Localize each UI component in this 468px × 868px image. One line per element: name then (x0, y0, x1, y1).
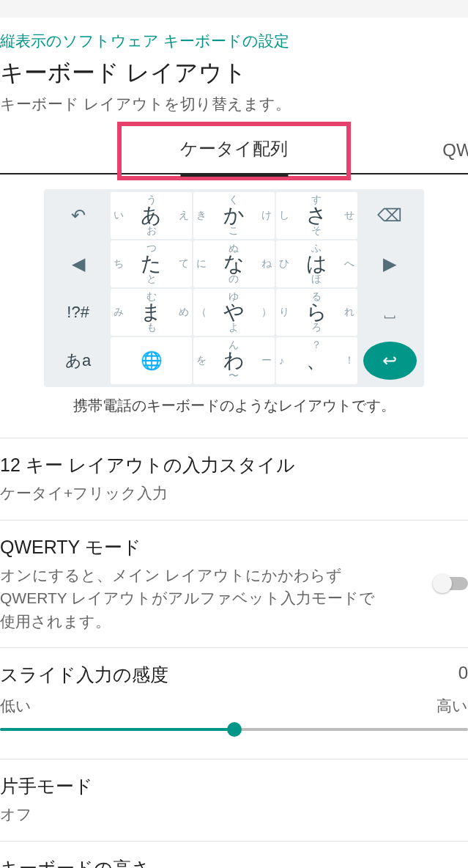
key-あ[interactable]: あうおいえ (111, 192, 192, 239)
enter-icon[interactable]: ↩ (363, 342, 417, 380)
slider-high-label: 高い (437, 696, 468, 716)
header: 縦表示のソフトウェア キーボードの設定 キーボード レイアウト キーボード レイ… (0, 18, 468, 122)
setting-title: 12 キー レイアウトの入力スタイル (0, 453, 462, 482)
key-わ[interactable]: わん〜をー (193, 337, 275, 384)
setting-title: スライド入力の感度 (0, 663, 468, 696)
setting-title: キーボードの高さ (0, 856, 462, 869)
setting-keyboard-height[interactable]: キーボードの高さ (0, 842, 468, 869)
setting-title: QWERTY モード (0, 535, 462, 564)
status-bar (0, 0, 468, 18)
symbols-key[interactable]: !?# (47, 289, 109, 336)
slider-fill (0, 728, 234, 731)
space-icon[interactable]: ⎵ (359, 289, 421, 336)
keyboard-caption: 携帯電話のキーボードのようなレイアウトです。 (44, 387, 424, 430)
key-か[interactable]: かくこきけ (193, 192, 275, 239)
slider-low-label: 低い (0, 696, 31, 716)
page-subtitle: キーボード レイアウトを切り替えます。 (0, 94, 468, 114)
breadcrumb[interactable]: 縦表示のソフトウェア キーボードの設定 (0, 31, 468, 57)
keyboard-preview-wrap: ↶あうおいえかくこきけさすそしせ⌫◀たつとちてなぬのにねはふほひへ▶!?#まむも… (0, 174, 468, 438)
setting-input-style[interactable]: 12 キー レイアウトの入力スタイル ケータイ+フリック入力 (0, 438, 468, 521)
right-arrow-icon[interactable]: ▶ (359, 240, 421, 287)
setting-one-hand[interactable]: 片手モード オフ (0, 760, 468, 842)
slider-value: 0 (458, 663, 468, 683)
key-、[interactable]: 、？ ♪！ (276, 337, 357, 384)
key-た[interactable]: たつとちて (111, 240, 192, 287)
setting-desc: ケータイ+フリック入力 (0, 482, 381, 505)
sensitivity-slider[interactable] (0, 728, 468, 731)
setting-desc: オンにすると、メイン レイアウトにかかわらず QWERTY レイアウトがアルファ… (0, 564, 381, 633)
keyboard-preview: ↶あうおいえかくこきけさすそしせ⌫◀たつとちてなぬのにねはふほひへ▶!?#まむも… (44, 189, 424, 387)
key-ま[interactable]: まむもみめ (111, 289, 192, 336)
backspace-icon[interactable]: ⌫ (359, 192, 421, 239)
setting-slide-sensitivity: スライド入力の感度 0 低い 高い (0, 648, 468, 760)
setting-desc: オフ (0, 803, 381, 826)
key-は[interactable]: はふほひへ (276, 240, 357, 287)
slider-labels: 低い 高い (0, 696, 468, 722)
globe-icon[interactable]: 🌐 (111, 337, 192, 384)
key-さ[interactable]: さすそしせ (276, 192, 357, 239)
slider-thumb[interactable] (227, 722, 242, 737)
setting-title: 片手モード (0, 774, 462, 803)
undo-icon[interactable]: ↶ (47, 192, 109, 239)
setting-qwerty-mode[interactable]: QWERTY モード オンにすると、メイン レイアウトにかかわらず QWERTY… (0, 521, 468, 649)
page-title: キーボード レイアウト (0, 57, 468, 94)
key-な[interactable]: なぬのにね (193, 240, 275, 287)
tab-qwerty[interactable]: QWER (442, 140, 468, 161)
left-arrow-icon[interactable]: ◀ (47, 240, 109, 287)
key-や[interactable]: やゆよ（） (193, 289, 275, 336)
tab-keitai[interactable]: ケータイ配列 (180, 137, 288, 163)
qwerty-mode-toggle[interactable] (434, 577, 468, 590)
key-ら[interactable]: らるろりれ (276, 289, 357, 336)
layout-tabs: ケータイ配列 QWER (0, 128, 468, 174)
mode-key[interactable]: あa (47, 337, 109, 384)
